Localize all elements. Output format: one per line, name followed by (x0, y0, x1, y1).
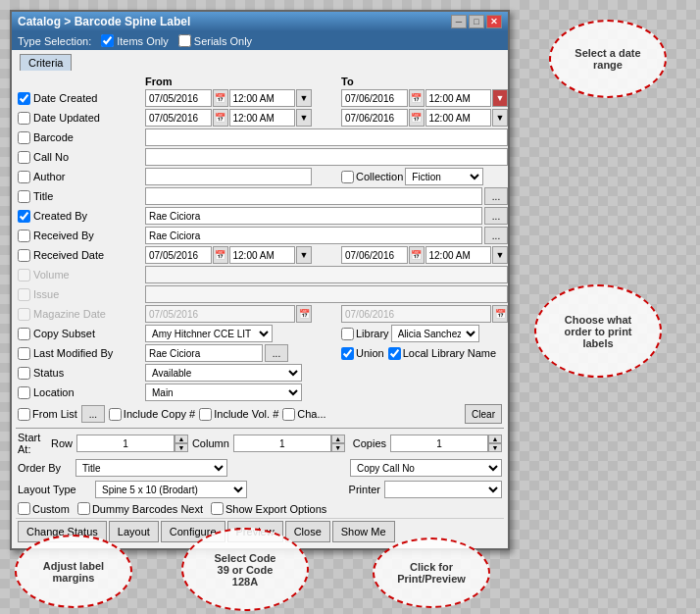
received-by-dots-button[interactable]: ... (484, 227, 508, 244)
date-created-to-time[interactable] (425, 89, 492, 107)
criteria-tab[interactable]: Criteria (20, 54, 72, 71)
copies-up-button[interactable]: ▲ (488, 435, 502, 443)
copies-input[interactable] (390, 435, 488, 452)
column-down-button[interactable]: ▼ (331, 443, 345, 452)
row-down-button[interactable]: ▼ (175, 443, 188, 452)
date-created-from-cal[interactable]: 📅 (213, 89, 228, 107)
order-by-select[interactable]: Title Author Call No (75, 459, 227, 477)
received-date-from-cal[interactable]: 📅 (213, 246, 228, 264)
include-copy-checkbox[interactable] (109, 408, 122, 421)
author-input[interactable] (145, 168, 312, 185)
clear-button[interactable]: Clear (465, 404, 502, 424)
received-date-from-time-btn[interactable]: ▼ (296, 246, 312, 264)
from-list-checkbox[interactable] (18, 408, 30, 421)
received-date-to-time[interactable] (425, 246, 492, 264)
show-export-option[interactable]: Show Export Options (211, 502, 326, 515)
items-only-option[interactable]: Items Only (101, 34, 169, 47)
show-me-button[interactable]: Show Me (332, 521, 395, 542)
copy-subset-select[interactable]: Amy Hitchner CCE LIT SE... (145, 325, 273, 342)
created-by-dots-button[interactable]: ... (484, 207, 508, 225)
barcode-checkbox[interactable] (18, 131, 30, 144)
library-select[interactable]: Alicia Sanchez... (391, 325, 479, 342)
last-modified-checkbox[interactable] (18, 347, 30, 360)
received-date-to-date[interactable] (341, 246, 408, 264)
close-button[interactable]: Close (285, 521, 330, 542)
date-updated-from-date[interactable] (145, 109, 212, 127)
library-checkbox[interactable] (341, 328, 354, 340)
custom-option[interactable]: Custom (18, 502, 70, 515)
received-date-from-date[interactable] (145, 246, 212, 264)
date-updated-to-date[interactable] (341, 109, 408, 127)
custom-checkbox[interactable] (18, 502, 30, 515)
volume-checkbox[interactable] (18, 269, 30, 281)
date-created-from-time[interactable] (229, 89, 296, 107)
serials-only-checkbox[interactable] (178, 34, 191, 47)
from-list-option[interactable]: From List (18, 408, 77, 421)
cha-option[interactable]: Cha... (282, 408, 325, 421)
issue-checkbox[interactable] (18, 288, 30, 301)
collection-checkbox[interactable] (341, 171, 354, 183)
dummy-barcodes-option[interactable]: Dummy Barcodes Next (77, 502, 203, 515)
title-input[interactable] (145, 187, 482, 205)
column-input[interactable] (233, 435, 331, 452)
show-export-checkbox[interactable] (211, 502, 224, 515)
date-updated-to-time[interactable] (425, 109, 492, 127)
received-date-from-time[interactable] (229, 246, 296, 264)
status-select[interactable]: Available Checked Out On Order (145, 364, 302, 382)
local-library-option[interactable]: Local Library Name (388, 347, 496, 360)
author-checkbox[interactable] (18, 171, 30, 183)
printer-select[interactable]: Default Printer (384, 481, 502, 498)
library-option[interactable]: Library (341, 328, 389, 340)
include-vol-option[interactable]: Include Vol. # (199, 408, 278, 421)
minimize-button[interactable]: ─ (451, 15, 467, 28)
call-no-input[interactable] (145, 148, 508, 166)
include-vol-checkbox[interactable] (199, 408, 212, 421)
row-up-button[interactable]: ▲ (175, 435, 188, 443)
last-modified-input[interactable] (145, 344, 263, 362)
collection-select[interactable]: Fiction Non-Fiction (405, 168, 483, 185)
received-by-input[interactable] (145, 227, 482, 244)
status-checkbox[interactable] (18, 367, 30, 380)
local-library-checkbox[interactable] (388, 347, 401, 360)
received-date-to-cal[interactable]: 📅 (409, 246, 425, 264)
restore-button[interactable]: □ (469, 15, 484, 28)
dummy-barcodes-checkbox[interactable] (77, 502, 90, 515)
barcode-input[interactable] (145, 128, 508, 146)
title-dots-button[interactable]: ... (484, 187, 508, 205)
collection-option[interactable]: Collection (341, 171, 403, 183)
layout-button[interactable]: Layout (109, 521, 159, 542)
date-updated-to-time-btn[interactable]: ▼ (492, 109, 508, 127)
serials-only-option[interactable]: Serials Only (178, 34, 252, 47)
location-checkbox[interactable] (18, 386, 30, 399)
date-updated-checkbox[interactable] (18, 112, 30, 125)
union-option[interactable]: Union (341, 347, 384, 360)
date-created-checkbox[interactable] (18, 92, 30, 105)
union-checkbox[interactable] (341, 347, 354, 360)
date-created-from-time-btn[interactable]: ▼ (296, 89, 312, 107)
received-date-to-time-btn[interactable]: ▼ (492, 246, 508, 264)
date-updated-to-cal[interactable]: 📅 (409, 109, 425, 127)
magazine-date-checkbox[interactable] (18, 308, 30, 321)
close-window-button[interactable]: ✕ (486, 15, 502, 28)
cha-checkbox[interactable] (282, 408, 295, 421)
copy-subset-checkbox[interactable] (18, 328, 30, 340)
copies-down-button[interactable]: ▼ (488, 443, 502, 452)
date-created-to-date[interactable] (341, 89, 408, 107)
location-select[interactable]: Main Branch (145, 384, 302, 401)
order-by-second-select[interactable]: Copy Call No Barcode (350, 459, 502, 477)
created-by-input[interactable] (145, 207, 482, 225)
last-modified-dots-button[interactable]: ... (265, 344, 288, 362)
row-input[interactable] (76, 435, 175, 452)
from-list-dots-button[interactable]: ... (81, 405, 105, 423)
date-created-to-time-btn[interactable]: ▼ (492, 89, 508, 107)
call-no-checkbox[interactable] (18, 151, 30, 164)
date-created-to-cal[interactable]: 📅 (409, 89, 425, 107)
items-only-checkbox[interactable] (101, 34, 114, 47)
date-created-from-date[interactable] (145, 89, 212, 107)
include-copy-option[interactable]: Include Copy # (109, 408, 195, 421)
received-by-checkbox[interactable] (18, 230, 30, 242)
date-updated-from-cal[interactable]: 📅 (213, 109, 228, 127)
layout-type-select[interactable]: Spine 5 x 10 (Brodart) Pocket 3 x 5 (95, 481, 247, 498)
column-up-button[interactable]: ▲ (331, 435, 345, 443)
title-checkbox[interactable] (18, 190, 30, 203)
